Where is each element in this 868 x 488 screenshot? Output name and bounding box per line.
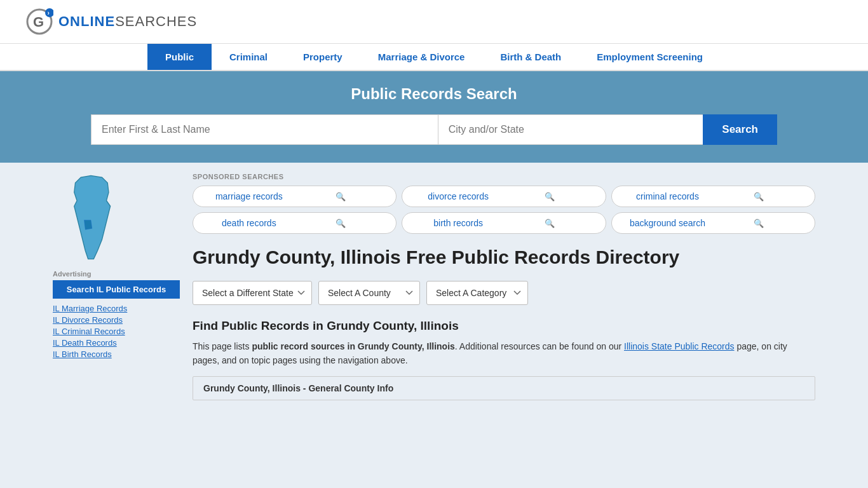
- find-text-2: . Additional resources can be found on o…: [455, 341, 624, 351]
- sponsored-item-death[interactable]: death records 🔍: [193, 212, 397, 234]
- main-content: SPONSORED SEARCHES marriage records 🔍 di…: [193, 173, 815, 400]
- search-icon-death: 🔍: [295, 219, 386, 228]
- search-icon-divorce: 🔍: [504, 192, 595, 201]
- svg-marker-5: [85, 220, 92, 229]
- logo-online: ONLINE: [58, 13, 115, 30]
- illinois-state-link[interactable]: Illinois State Public Records: [624, 341, 735, 351]
- search-button[interactable]: Search: [703, 114, 777, 145]
- sidebar: Advertising Search IL Public Records IL …: [53, 173, 180, 400]
- svg-text:G: G: [33, 14, 44, 30]
- nav-employment[interactable]: Employment Screening: [579, 44, 721, 70]
- find-text-1: This page lists: [193, 341, 252, 351]
- sponsored-item-divorce[interactable]: divorce records 🔍: [402, 186, 606, 207]
- sponsored-item-birth[interactable]: birth records 🔍: [402, 212, 606, 234]
- find-records-title: Find Public Records in Grundy County, Il…: [193, 319, 815, 333]
- main-nav: Public Criminal Property Marriage & Divo…: [0, 44, 868, 71]
- sponsored-text-criminal: criminal records: [622, 191, 714, 201]
- sponsored-text-background: background search: [622, 218, 714, 228]
- selects-row: Select a Different State Select A County…: [193, 281, 815, 305]
- logo-icon: G ›: [25, 8, 53, 36]
- sponsored-text-marriage: marriage records: [203, 191, 295, 201]
- search-icon-birth: 🔍: [504, 219, 595, 228]
- sponsored-item-criminal[interactable]: criminal records 🔍: [611, 186, 815, 207]
- find-bold: public record sources in Grundy County, …: [252, 341, 454, 351]
- sidebar-link-criminal[interactable]: IL Criminal Records: [53, 327, 180, 336]
- nav-criminal[interactable]: Criminal: [212, 44, 285, 70]
- logo[interactable]: G › ONLINE SEARCHES: [25, 8, 197, 36]
- sponsored-label: SPONSORED SEARCHES: [193, 173, 815, 180]
- sponsored-text-death: death records: [203, 218, 295, 228]
- hero-banner: Public Records Search Search: [0, 71, 868, 163]
- find-records-text: This page lists public record sources in…: [193, 339, 815, 368]
- name-input[interactable]: [91, 114, 438, 145]
- illinois-map-svg: [53, 173, 129, 262]
- search-il-button[interactable]: Search IL Public Records: [53, 280, 180, 299]
- state-select[interactable]: Select a Different State: [193, 281, 312, 305]
- city-input[interactable]: [438, 114, 703, 145]
- main-wrapper: Advertising Search IL Public Records IL …: [40, 163, 828, 410]
- svg-marker-4: [74, 175, 111, 259]
- nav-marriage-divorce[interactable]: Marriage & Divorce: [360, 44, 483, 70]
- nav-birth-death[interactable]: Birth & Death: [482, 44, 579, 70]
- sidebar-link-birth[interactable]: IL Birth Records: [53, 349, 180, 359]
- search-icon-marriage: 🔍: [295, 192, 386, 201]
- sidebar-link-divorce[interactable]: IL Divorce Records: [53, 315, 180, 325]
- sponsored-text-birth: birth records: [412, 218, 504, 228]
- site-header: G › ONLINE SEARCHES: [0, 0, 868, 44]
- sponsored-item-background[interactable]: background search 🔍: [611, 212, 815, 234]
- sponsored-grid: marriage records 🔍 divorce records 🔍 cri…: [193, 186, 815, 234]
- hero-title: Public Records Search: [25, 85, 843, 103]
- search-icon-background: 🔍: [713, 219, 804, 228]
- category-select[interactable]: Select A Category: [426, 281, 528, 305]
- page-title: Grundy County, Illinois Free Public Reco…: [193, 245, 815, 269]
- sponsored-item-marriage[interactable]: marriage records 🔍: [193, 186, 397, 207]
- nav-property[interactable]: Property: [285, 44, 360, 70]
- search-icon-criminal: 🔍: [713, 192, 804, 201]
- county-info-bar: Grundy County, Illinois - General County…: [193, 376, 815, 400]
- logo-searches: SEARCHES: [115, 13, 197, 30]
- advertising-label: Advertising: [53, 270, 180, 278]
- county-select[interactable]: Select A County: [318, 281, 420, 305]
- logo-text: ONLINE SEARCHES: [58, 13, 197, 30]
- search-bar: Search: [91, 114, 777, 145]
- sidebar-link-marriage[interactable]: IL Marriage Records: [53, 304, 180, 313]
- nav-public[interactable]: Public: [147, 44, 212, 70]
- state-map: [53, 173, 180, 264]
- svg-text:›: ›: [48, 10, 50, 17]
- sponsored-text-divorce: divorce records: [412, 191, 504, 201]
- sidebar-link-death[interactable]: IL Death Records: [53, 338, 180, 348]
